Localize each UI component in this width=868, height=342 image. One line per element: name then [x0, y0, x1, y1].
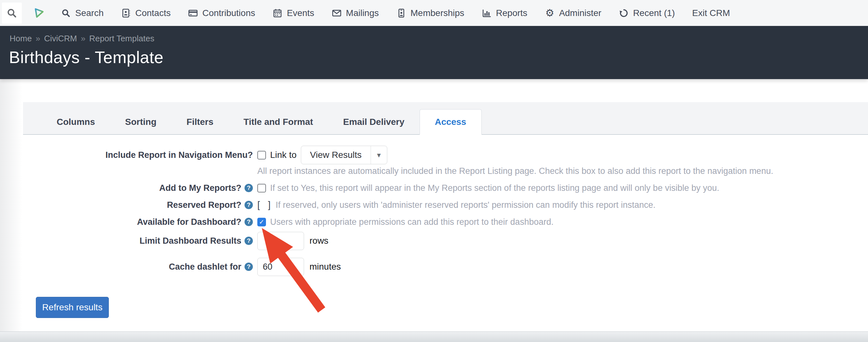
- address-book-icon: [121, 8, 131, 18]
- field-label-text: Reserved Report?: [167, 200, 241, 210]
- nav-item-administer[interactable]: ⚙ Administer: [545, 8, 601, 18]
- gears-icon: ⚙: [545, 8, 555, 18]
- tab-access[interactable]: Access: [420, 109, 482, 135]
- my-reports-checkbox[interactable]: ✓: [257, 184, 266, 193]
- reserved-report-description: If reserved, only users with 'administer…: [276, 200, 655, 210]
- nav-item-label: Exit CRM: [692, 8, 730, 18]
- breadcrumb-home[interactable]: Home: [9, 34, 32, 44]
- tab-title-and-format[interactable]: Title and Format: [228, 109, 328, 135]
- nav-item-label: Contacts: [135, 8, 171, 18]
- field-label: Limit Dashboard Results ?: [23, 236, 253, 246]
- available-dashboard-description: Users with appropriate permissions can a…: [270, 217, 553, 227]
- tab-label: Access: [435, 117, 466, 127]
- nav-item-label: Search: [75, 8, 104, 18]
- breadcrumb-separator: »: [81, 34, 85, 44]
- access-form: Include Report in Navigation Menu? ✓ Lin…: [23, 135, 868, 318]
- field-label: Add to My Reports? ?: [23, 183, 253, 193]
- nav-item-label: Memberships: [411, 8, 464, 18]
- link-to-dropdown[interactable]: View Results ▾: [301, 146, 387, 164]
- include-report-checkbox[interactable]: ✓: [257, 151, 266, 160]
- refresh-results-button[interactable]: Refresh results: [36, 297, 109, 318]
- main-content: Columns Sorting Filters Title and Format…: [0, 79, 868, 332]
- reserved-report-value: [ ]: [257, 200, 271, 210]
- dropdown-value: View Results: [301, 146, 371, 164]
- quick-search-button[interactable]: [2, 3, 22, 24]
- link-to-label: Link to: [270, 150, 297, 160]
- my-reports-description: If set to Yes, this report will appear i…: [270, 183, 719, 193]
- field-label: Include Report in Navigation Menu?: [23, 150, 253, 160]
- nav-item-exit-crm[interactable]: Exit CRM: [692, 8, 730, 18]
- form-row-limit-results: Limit Dashboard Results ? rows: [23, 231, 868, 250]
- field-label-text: Include Report in Navigation Menu?: [105, 150, 253, 160]
- checkmark-icon: ✓: [259, 219, 265, 225]
- field-label-text: Cache dashlet for: [169, 262, 241, 272]
- footer-strip: [0, 332, 868, 342]
- nav-item-label: Events: [287, 8, 314, 18]
- nav-item-label: Reports: [496, 8, 527, 18]
- nav-menu: Search Contacts: [61, 8, 730, 18]
- cache-dashlet-input[interactable]: [257, 258, 304, 276]
- tab-email-delivery[interactable]: Email Delivery: [328, 109, 419, 135]
- breadcrumb-civicrm[interactable]: CiviCRM: [44, 34, 77, 44]
- nav-item-label: Contributions: [202, 8, 255, 18]
- id-badge-icon: [396, 8, 406, 18]
- nav-item-label: Administer: [559, 8, 601, 18]
- breadcrumb-separator: »: [35, 34, 40, 44]
- history-icon: [619, 8, 629, 18]
- nav-item-label: Recent (1): [633, 8, 675, 18]
- nav-item-memberships[interactable]: Memberships: [396, 8, 464, 18]
- field-label-text: Add to My Reports?: [159, 183, 242, 193]
- field-label: Available for Dashboard? ?: [23, 217, 253, 227]
- caret-down-icon: ▾: [371, 146, 387, 164]
- tab-bar: Columns Sorting Filters Title and Format…: [23, 102, 868, 135]
- tab-label: Columns: [57, 117, 95, 127]
- form-row-include-report: Include Report in Navigation Menu? ✓ Lin…: [23, 144, 868, 166]
- nav-item-mailings[interactable]: Mailings: [332, 8, 379, 18]
- credit-card-icon: [188, 8, 198, 18]
- envelope-icon: [332, 8, 342, 18]
- field-label-text: Limit Dashboard Results: [140, 236, 241, 246]
- nav-item-search[interactable]: Search: [61, 8, 104, 18]
- help-icon[interactable]: ?: [245, 201, 253, 209]
- tab-filters[interactable]: Filters: [172, 109, 228, 135]
- tab-label: Email Delivery: [343, 117, 404, 127]
- calendar-icon: [272, 8, 283, 18]
- nav-item-events[interactable]: Events: [272, 8, 314, 18]
- form-row-my-reports: Add to My Reports? ? ✓ If set to Yes, th…: [23, 181, 868, 195]
- tab-columns[interactable]: Columns: [41, 109, 110, 135]
- field-label: Cache dashlet for ?: [23, 262, 253, 272]
- form-row-cache-dashlet: Cache dashlet for ? minutes: [23, 257, 868, 276]
- include-report-help-text: All report instances are automatically i…: [257, 166, 868, 176]
- minutes-suffix: minutes: [310, 262, 341, 272]
- breadcrumb-report-templates: Report Templates: [89, 34, 154, 44]
- bar-chart-icon: [482, 8, 492, 18]
- form-row-available-dashboard: Available for Dashboard? ? ✓ Users with …: [23, 215, 868, 229]
- help-icon[interactable]: ?: [245, 184, 253, 192]
- tab-label: Sorting: [125, 117, 156, 127]
- nav-item-contributions[interactable]: Contributions: [188, 8, 255, 18]
- limit-results-input[interactable]: [257, 232, 304, 250]
- tab-label: Title and Format: [244, 117, 313, 127]
- tab-sorting[interactable]: Sorting: [110, 109, 172, 135]
- form-row-reserved-report: Reserved Report? ? [ ] If reserved, only…: [23, 198, 868, 212]
- breadcrumb: Home » CiviCRM » Report Templates: [9, 34, 154, 44]
- search-icon: [6, 8, 17, 19]
- help-icon[interactable]: ?: [245, 218, 253, 226]
- available-dashboard-checkbox[interactable]: ✓: [257, 218, 266, 226]
- tab-label: Filters: [187, 117, 214, 127]
- nav-item-reports[interactable]: Reports: [482, 8, 527, 18]
- search-icon: [61, 8, 71, 18]
- left-edge-shadow: [0, 79, 22, 332]
- nav-item-recent[interactable]: Recent (1): [619, 8, 675, 18]
- field-label: Reserved Report? ?: [23, 200, 253, 210]
- help-icon[interactable]: ?: [245, 237, 253, 245]
- rows-suffix: rows: [310, 236, 329, 246]
- page-header: Home » CiviCRM » Report Templates Birthd…: [0, 26, 868, 79]
- page-title: Birthdays - Template: [9, 48, 163, 67]
- civicrm-logo[interactable]: [32, 6, 46, 20]
- nav-item-label: Mailings: [346, 8, 379, 18]
- nav-item-contacts[interactable]: Contacts: [121, 8, 171, 18]
- top-navbar: Search Contacts: [0, 0, 868, 26]
- help-icon[interactable]: ?: [245, 263, 253, 271]
- field-label-text: Available for Dashboard?: [137, 217, 241, 227]
